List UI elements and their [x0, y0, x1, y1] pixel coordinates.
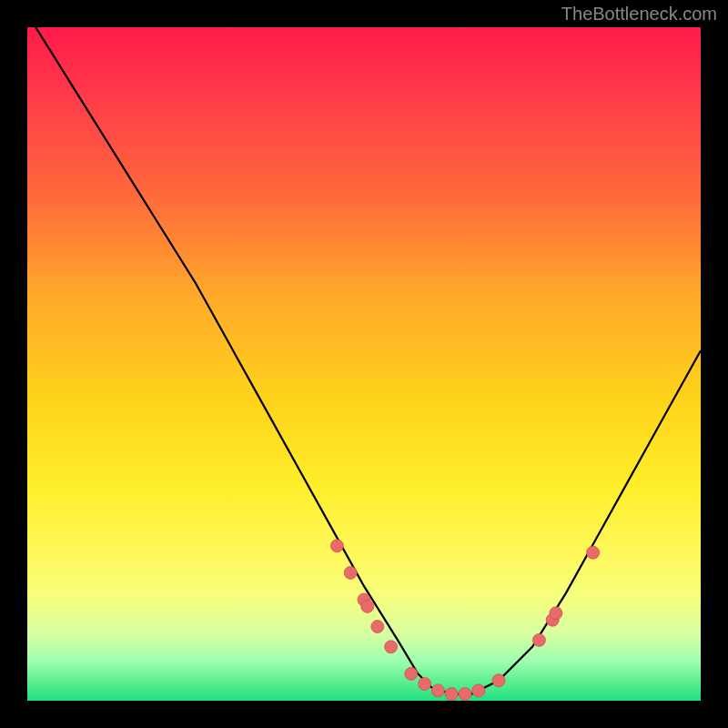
highlight-dot	[550, 607, 562, 620]
highlight-dot	[371, 621, 384, 633]
highlight-dot	[419, 678, 431, 691]
chart-svg	[27, 27, 701, 701]
highlight-dot	[492, 674, 505, 687]
highlight-dot	[532, 633, 545, 646]
highlight-dots	[330, 540, 599, 701]
highlight-dot	[587, 546, 600, 559]
highlight-dot	[445, 688, 458, 701]
highlight-dot	[385, 641, 398, 653]
highlight-dot	[459, 688, 471, 701]
plot-area	[27, 27, 701, 701]
highlight-dot	[344, 566, 357, 579]
highlight-dot	[330, 540, 343, 552]
highlight-dot	[405, 667, 418, 680]
highlight-dot	[361, 600, 374, 612]
highlight-dot	[431, 684, 444, 697]
watermark-text: TheBottleneck.com	[561, 4, 717, 25]
highlight-dot	[472, 684, 485, 697]
